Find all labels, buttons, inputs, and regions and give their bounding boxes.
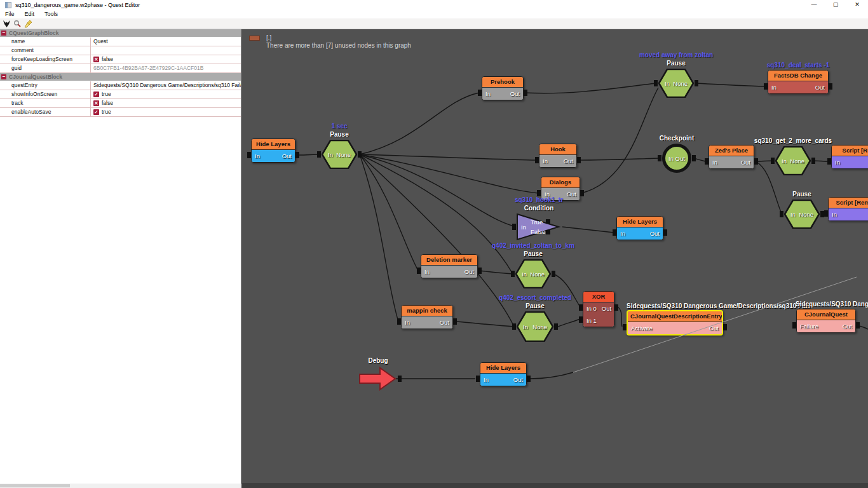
prehook[interactable]: PrehookInOut <box>482 76 524 100</box>
factsdb-change[interactable]: FactsDB ChangeInOutsq310_deal_starts -1 <box>768 70 829 94</box>
connector-nub[interactable] <box>856 322 860 329</box>
connector-nub[interactable] <box>754 158 758 165</box>
hide-layers-1[interactable]: Hide LayersInOut <box>251 139 295 163</box>
deletion-marker[interactable]: Deletion markerInOut <box>421 254 478 278</box>
connector-nub[interactable] <box>764 83 768 90</box>
connector-nub[interactable] <box>527 376 531 382</box>
menu-file[interactable]: File <box>0 10 20 18</box>
canvas-horizontal-scrollbar[interactable] <box>241 483 868 488</box>
connector-nub[interactable] <box>663 229 667 236</box>
connector-nub[interactable] <box>579 304 583 311</box>
zoom-icon[interactable] <box>13 19 22 28</box>
connector-nub[interactable] <box>579 316 583 323</box>
panel-horizontal-scrollbar[interactable] <box>0 484 241 488</box>
section-CJournalQuestBlock[interactable]: −CJournalQuestBlock <box>0 73 241 81</box>
connector-nub[interactable] <box>792 322 796 329</box>
connector-nub[interactable] <box>511 271 515 277</box>
connector-nub[interactable] <box>580 190 584 196</box>
menu-tools[interactable]: Tools <box>39 10 63 18</box>
collapse-icon[interactable]: − <box>1 74 6 79</box>
unchecked-icon[interactable]: ✕ <box>93 57 99 62</box>
connector-nub[interactable] <box>247 152 251 158</box>
connector-nub[interactable] <box>552 271 555 277</box>
clean-icon[interactable] <box>24 19 33 28</box>
node-header: Zed's Place <box>709 146 754 156</box>
close-button[interactable]: ✕ <box>846 0 868 10</box>
connector-nub[interactable] <box>295 152 299 158</box>
connector-nub[interactable] <box>829 83 832 90</box>
connector-nub[interactable] <box>695 80 698 86</box>
pin-in: In <box>424 268 430 275</box>
connector-nub[interactable] <box>811 158 815 164</box>
collapse-icon[interactable]: − <box>1 30 6 36</box>
connector-nub[interactable] <box>692 155 696 161</box>
section-CQuestGraphBlock[interactable]: −CQuestGraphBlock <box>0 29 241 37</box>
connector-nub[interactable] <box>397 318 401 325</box>
connector-nub[interactable] <box>614 304 618 311</box>
connector-nub[interactable] <box>524 90 527 96</box>
connector-nub[interactable] <box>317 151 321 158</box>
prop-value[interactable]: ✕false <box>91 55 241 64</box>
pin-in: In <box>485 90 491 97</box>
connector-nub[interactable] <box>623 324 627 330</box>
connector-nub[interactable] <box>723 324 727 330</box>
pause-moved[interactable]: InNonemoved away from zoltanPause <box>658 69 694 98</box>
prop-value[interactable] <box>91 46 241 55</box>
debug-arrow[interactable]: Debug <box>359 366 397 391</box>
connector-nub[interactable] <box>478 90 482 96</box>
connector-nub[interactable] <box>824 210 828 217</box>
checkpoint[interactable]: In OutCheckpoint <box>662 144 691 173</box>
connector-nub[interactable] <box>512 224 516 230</box>
connector-nub[interactable] <box>654 80 658 86</box>
connector-nub[interactable] <box>535 157 539 163</box>
condition[interactable]: InTrueFalsesq310_hook1_trCondition <box>517 214 561 240</box>
maximize-button[interactable]: ▢ <box>825 0 846 10</box>
connector-nub[interactable] <box>780 211 783 217</box>
quest-graph-canvas[interactable]: [.] There are more than [7] unused nodes… <box>241 29 868 483</box>
prop-value[interactable]: Quest <box>91 37 241 46</box>
connector-nub[interactable] <box>476 376 480 382</box>
pause-invited[interactable]: InNoneq402_invited_zoltan_to_kmPause <box>515 259 551 288</box>
connector-nub[interactable] <box>554 323 558 330</box>
menu-edit[interactable]: Edit <box>20 10 40 18</box>
connector-nub[interactable] <box>827 158 831 165</box>
hide-layers-3[interactable]: Hide LayersInOut <box>480 362 527 386</box>
checked-icon[interactable]: ✓ <box>93 109 99 115</box>
connector-nub[interactable] <box>613 229 616 236</box>
connector-nub[interactable] <box>398 376 402 382</box>
prop-row-track: track✕false <box>0 99 241 108</box>
zeds-place[interactable]: Zed's PlaceInOut <box>709 145 754 169</box>
connector-nub[interactable] <box>658 155 661 161</box>
prop-value[interactable]: ✓true <box>91 108 241 116</box>
prop-value[interactable]: Sidequests/SQ310 Dangerous Game/Descript… <box>91 81 241 90</box>
script-remove-1[interactable]: Script [ReIn <box>831 145 868 169</box>
minimize-button[interactable]: — <box>803 0 825 10</box>
prop-value[interactable]: 6B0C7FB1-4B92BA67-2E47929C-1AACF01B <box>91 64 241 72</box>
pause-right[interactable]: InNonePause <box>784 200 820 229</box>
hide-layers-2[interactable]: Hide LayersInOut <box>616 216 663 240</box>
medallion-icon[interactable] <box>2 19 11 28</box>
connector-nub[interactable] <box>705 158 709 165</box>
scrollbar-thumb[interactable] <box>0 484 70 487</box>
connector-nub[interactable] <box>358 151 362 158</box>
prop-value[interactable]: ✕false <box>91 99 241 107</box>
connector-nub[interactable] <box>417 268 421 274</box>
connector-nub[interactable] <box>577 157 581 163</box>
script-remove-2[interactable]: Script [RemoIn <box>828 197 868 221</box>
pause-escort[interactable]: InNoneq402_escort_completedPause <box>517 311 553 342</box>
connector-nub[interactable] <box>478 268 482 274</box>
journal-desc-entry[interactable]: CJournalQuestDescriptionEntryActivateOut… <box>627 310 723 336</box>
journal-quest[interactable]: CJournalQuestFailureOutSidequests/SQ310 … <box>796 309 856 333</box>
prop-value[interactable]: ✓true <box>91 90 241 98</box>
unchecked-icon[interactable]: ✕ <box>93 100 99 106</box>
pause-1sec[interactable]: InNone1 secPause <box>322 140 357 169</box>
connector-nub[interactable] <box>512 323 516 330</box>
prop-row-forceKeepLoadingScreen: forceKeepLoadingScreen✕false <box>0 55 241 64</box>
checked-icon[interactable]: ✓ <box>93 92 99 97</box>
get-2-more-cards[interactable]: InNonesq310_get_2_more_cards <box>775 146 811 175</box>
mappin-check[interactable]: mappin checkInOut <box>401 305 453 329</box>
connector-nub[interactable] <box>771 158 775 164</box>
hook[interactable]: HookInOut <box>539 144 577 168</box>
xor[interactable]: XORIn 0OutIn 1 <box>583 291 614 327</box>
connector-nub[interactable] <box>453 318 457 325</box>
